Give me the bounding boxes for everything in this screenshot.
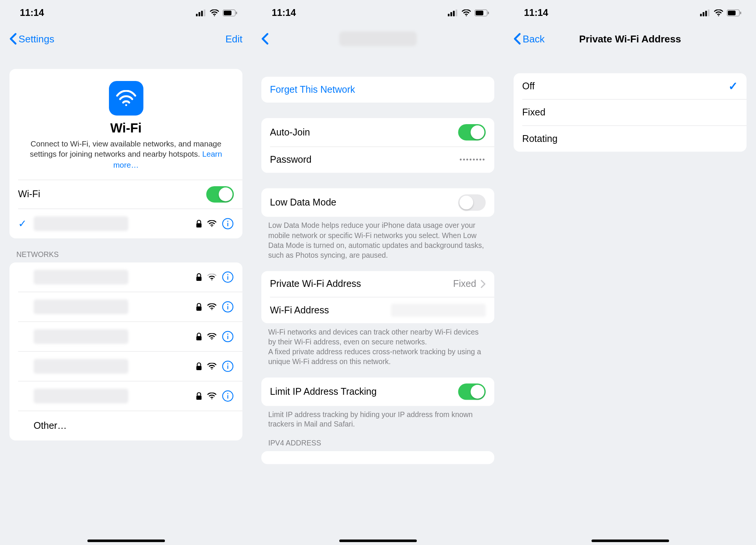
status-bar: 11:14 (504, 0, 756, 26)
status-time: 11:14 (524, 7, 548, 19)
home-indicator (339, 540, 417, 542)
wifi-toggle[interactable] (206, 186, 234, 202)
svg-rect-46 (488, 12, 489, 14)
limit-card: Limit IP Address Tracking (261, 377, 494, 406)
private-address-row[interactable]: Private Wi-Fi Address Fixed (261, 271, 494, 297)
row-label: Low Data Mode (270, 197, 458, 208)
svg-point-4 (214, 15, 215, 16)
svg-point-35 (211, 398, 213, 399)
battery-icon (223, 9, 238, 16)
nav-bar: Settings Edit (0, 26, 252, 51)
back-button[interactable]: Back (514, 33, 545, 45)
network-row[interactable] (9, 352, 242, 381)
lowdata-toggle[interactable] (458, 195, 486, 211)
svg-point-51 (718, 15, 719, 16)
wifi-hero-icon (109, 81, 143, 115)
svg-rect-39 (448, 14, 450, 16)
forget-network-button[interactable]: Forget This Network (261, 77, 494, 103)
network-row[interactable] (9, 322, 242, 351)
option-label: Rotating (522, 133, 737, 145)
chevron-left-icon (261, 33, 269, 45)
svg-rect-48 (702, 12, 704, 16)
private-options-card: Off✓FixedRotating (514, 73, 747, 152)
status-bar: 11:14 (252, 0, 504, 26)
status-indicators (700, 9, 741, 16)
info-icon[interactable] (222, 271, 234, 283)
connected-network-row[interactable]: ✓ (9, 209, 242, 238)
lowdata-row[interactable]: Low Data Mode (261, 188, 494, 217)
lowdata-card: Low Data Mode (261, 188, 494, 217)
network-name-redacted (34, 359, 128, 374)
forget-card: Forget This Network (261, 77, 494, 103)
svg-point-17 (227, 274, 228, 275)
option-row-fixed[interactable]: Fixed (514, 100, 747, 125)
back-button[interactable]: Settings (9, 33, 54, 45)
svg-rect-45 (476, 11, 483, 16)
network-row[interactable] (9, 292, 242, 321)
svg-rect-42 (456, 9, 458, 16)
network-row[interactable] (9, 262, 242, 291)
svg-point-20 (211, 309, 213, 310)
info-icon[interactable] (222, 301, 234, 313)
wifi-address-row: Wi-Fi Address (261, 297, 494, 323)
checkmark-icon: ✓ (18, 218, 34, 230)
other-network-row[interactable]: Other… (9, 411, 242, 440)
option-row-off[interactable]: Off✓ (514, 73, 747, 99)
svg-rect-29 (196, 366, 202, 370)
chevron-left-icon (9, 33, 17, 45)
info-icon[interactable] (222, 218, 234, 230)
screen-private-address: 11:14 Back Private Wi-Fi Address Off✓Fix… (504, 0, 756, 545)
wifi-toggle-row[interactable]: Wi-Fi (9, 180, 242, 209)
network-name-redacted (34, 299, 128, 314)
network-row[interactable] (9, 382, 242, 411)
autojoin-row[interactable]: Auto-Join (261, 118, 494, 146)
svg-rect-9 (196, 223, 202, 227)
network-name-redacted (34, 216, 128, 231)
svg-rect-3 (204, 9, 206, 16)
wifi-strength-icon (207, 274, 217, 280)
back-label: Settings (19, 33, 54, 45)
lock-icon (196, 273, 202, 281)
lowdata-footer: Low Data Mode helps reduce your iPhone d… (252, 217, 504, 261)
status-time: 11:14 (272, 7, 296, 19)
wifi-icon (210, 9, 219, 16)
wifi-strength-icon (207, 363, 217, 370)
svg-rect-2 (201, 11, 203, 16)
battery-icon (727, 9, 741, 16)
svg-rect-54 (740, 12, 741, 14)
wifi-hero-card: Wi-Fi Connect to Wi-Fi, view available n… (9, 69, 242, 238)
svg-rect-24 (196, 336, 202, 340)
private-card: Private Wi-Fi Address Fixed Wi-Fi Addres… (261, 271, 494, 323)
limit-row[interactable]: Limit IP Address Tracking (261, 377, 494, 406)
info-icon[interactable] (222, 360, 234, 372)
info-icon[interactable] (222, 330, 234, 343)
svg-rect-14 (196, 277, 202, 281)
option-row-rotating[interactable]: Rotating (514, 126, 747, 151)
password-row[interactable]: Password •••••••• (261, 147, 494, 173)
info-icon[interactable] (222, 390, 234, 402)
edit-button[interactable]: Edit (225, 33, 242, 45)
svg-point-32 (227, 363, 228, 364)
nav-bar (252, 26, 504, 51)
svg-rect-49 (705, 11, 707, 16)
back-button[interactable] (261, 33, 269, 45)
autojoin-toggle[interactable] (458, 124, 486, 140)
lock-icon (196, 362, 202, 370)
lock-icon (196, 333, 202, 340)
wifi-strength-icon (207, 220, 217, 227)
cellular-icon (448, 9, 458, 16)
ipv4-header: IPV4 ADDRESS (252, 430, 504, 452)
forget-label: Forget This Network (270, 84, 355, 95)
svg-point-10 (211, 226, 213, 227)
network-name-redacted (34, 329, 128, 344)
svg-rect-19 (196, 306, 202, 310)
svg-point-22 (227, 304, 228, 305)
svg-point-12 (227, 221, 228, 222)
row-label: Auto-Join (270, 127, 458, 138)
networks-card: Other… (9, 262, 242, 440)
status-time: 11:14 (20, 7, 44, 19)
home-indicator (591, 540, 669, 542)
back-label: Back (523, 33, 545, 45)
limit-toggle[interactable] (458, 383, 486, 400)
svg-rect-6 (224, 11, 231, 16)
